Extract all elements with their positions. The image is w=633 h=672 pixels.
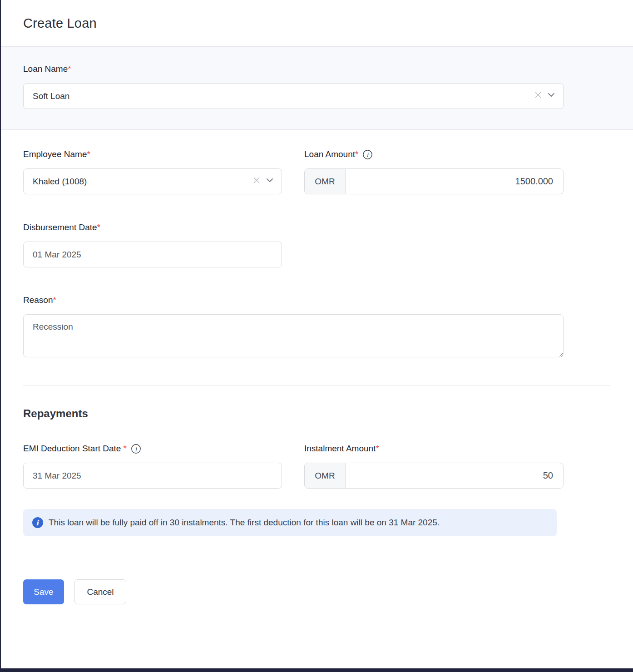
disbursement-date-input[interactable] — [23, 242, 282, 267]
reason-label: Reason* — [23, 294, 564, 306]
employee-name-select[interactable]: Khaled (1008) — [23, 168, 282, 194]
required-asterisk: * — [97, 222, 100, 233]
emi-start-date-label: EMI Deduction Start Date* i — [23, 443, 282, 455]
loan-amount-field-group: Loan Amount* i OMR — [304, 148, 564, 194]
reason-textarea[interactable]: Recession — [23, 314, 564, 357]
employee-name-value: Khaled (1008) — [33, 177, 252, 187]
clear-icon[interactable] — [252, 175, 262, 188]
info-icon[interactable]: i — [131, 444, 141, 454]
required-asterisk: * — [355, 148, 358, 160]
reason-field-group: Reason* Recession — [23, 294, 564, 359]
left-edge-line — [0, 0, 1, 672]
chevron-down-icon[interactable] — [265, 176, 274, 187]
loan-amount-input[interactable] — [346, 169, 563, 194]
save-button[interactable]: Save — [23, 579, 64, 604]
page-title: Create Loan — [23, 16, 97, 31]
required-asterisk: * — [376, 443, 379, 455]
cancel-button[interactable]: Cancel — [74, 579, 126, 604]
loan-name-section: Loan Name* Soft Loan — [0, 47, 633, 130]
svg-text:i: i — [135, 445, 137, 452]
instalment-amount-input[interactable] — [346, 463, 563, 488]
emi-start-date-field-group: EMI Deduction Start Date* i — [23, 443, 282, 489]
required-asterisk: * — [87, 148, 90, 160]
instalment-amount-label: Instalment Amount* — [304, 443, 564, 455]
svg-text:i: i — [366, 151, 369, 158]
loan-amount-group: OMR — [304, 168, 564, 194]
disbursement-date-label: Disbursement Date* — [23, 222, 282, 233]
employee-name-label: Employee Name* — [23, 148, 282, 160]
modal-header: Create Loan — [0, 0, 633, 47]
required-asterisk: * — [68, 63, 71, 75]
info-banner-icon: i — [32, 517, 43, 528]
loan-name-label: Loan Name* — [23, 63, 564, 75]
info-icon[interactable]: i — [362, 149, 373, 160]
loan-name-select[interactable]: Soft Loan — [23, 83, 564, 109]
loan-name-value: Soft Loan — [33, 91, 533, 101]
chevron-down-icon[interactable] — [547, 90, 556, 102]
instalment-currency-prefix: OMR — [305, 463, 346, 488]
required-asterisk: * — [123, 443, 126, 455]
employee-name-field-group: Employee Name* Khaled (1008) — [23, 148, 282, 194]
instalment-amount-field-group: Instalment Amount* OMR — [304, 443, 564, 489]
repayments-heading: Repayments — [23, 406, 564, 421]
disbursement-date-field-group: Disbursement Date* — [23, 222, 282, 267]
required-asterisk: * — [53, 294, 56, 306]
loan-amount-currency-prefix: OMR — [305, 169, 346, 194]
info-banner: i This loan will be fully paid off in 30… — [23, 509, 557, 536]
section-divider — [23, 385, 610, 386]
bottom-frame-bar — [0, 668, 633, 672]
instalment-amount-group: OMR — [304, 463, 564, 489]
emi-start-date-input[interactable] — [23, 463, 282, 489]
loan-amount-label: Loan Amount* i — [304, 148, 564, 160]
clear-icon[interactable] — [533, 90, 543, 102]
info-banner-text: This loan will be fully paid off in 30 i… — [49, 518, 440, 528]
